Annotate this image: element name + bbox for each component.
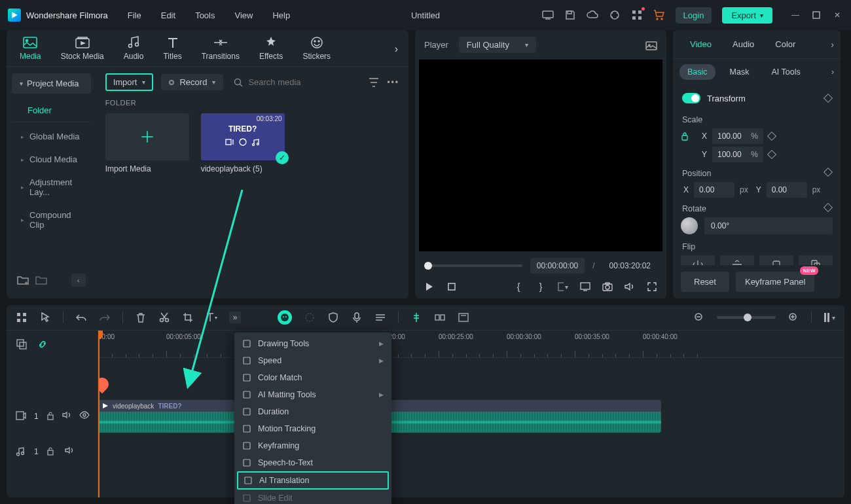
frame-icon[interactable] [458, 312, 469, 323]
prop-tab-video[interactable]: Video [679, 30, 722, 58]
minimize-icon[interactable]: — [789, 9, 801, 21]
mic-icon[interactable] [351, 312, 363, 323]
ctx-item-duration[interactable]: Duration [234, 403, 391, 420]
menu-file[interactable]: File [128, 10, 141, 20]
more-tabs-icon[interactable]: › [395, 43, 398, 55]
subtab-aitools[interactable]: AI Tools [763, 64, 808, 80]
ctx-item-ai-matting-tools[interactable]: AI Matting Tools▶ [234, 386, 391, 403]
cart-icon[interactable] [653, 9, 665, 21]
fullscreen-icon[interactable] [647, 281, 657, 292]
split-icon[interactable] [434, 312, 446, 323]
subtab-basic[interactable]: Basic [679, 64, 715, 80]
sidebar-item-adjustment[interactable]: Adjustment Lay... [12, 171, 91, 204]
keyframe-icon[interactable] [767, 132, 776, 141]
menu-tools[interactable]: Tools [195, 10, 215, 20]
import-media-card[interactable]: Import Media [105, 113, 189, 173]
more-tabs-icon[interactable]: › [831, 39, 834, 50]
undo-icon[interactable] [75, 312, 87, 323]
mark-in-icon[interactable]: { [513, 281, 524, 292]
lock-track-icon[interactable] [46, 411, 54, 422]
text-icon[interactable]: ▾ [206, 312, 217, 323]
keyframe-icon[interactable] [767, 150, 776, 159]
ctx-item-color-match[interactable]: Color Match [234, 369, 391, 386]
export-button[interactable]: Export ▾ [722, 7, 772, 24]
folder-tab[interactable]: Folder [12, 99, 91, 122]
flip-option3-button[interactable] [759, 255, 793, 265]
prop-tab-color[interactable]: Color [765, 30, 806, 58]
ctx-item-drawing-tools[interactable]: Drawing Tools▶ [234, 335, 391, 352]
reset-button[interactable]: Reset [681, 272, 729, 292]
effects-tool-icon[interactable] [304, 312, 316, 323]
ctx-item-keyframing[interactable]: Keyframing [234, 437, 391, 454]
tab-titles[interactable]: Titles [163, 35, 181, 66]
timeline-view-icon[interactable]: ▾ [824, 312, 835, 323]
search-input[interactable] [248, 77, 358, 87]
cut-icon[interactable] [158, 312, 170, 323]
sidebar-item-global[interactable]: Global Media [12, 125, 91, 148]
flip-vertical-button[interactable] [720, 255, 754, 265]
video-card[interactable]: 00:03:20 TIRED? ✓ videoplayback (5) [201, 113, 285, 173]
video-track-lane[interactable]: videoplayback TIRED? [98, 397, 844, 435]
record-button[interactable]: Record ▾ [161, 74, 223, 90]
mute-track-icon[interactable] [65, 446, 75, 457]
close-icon[interactable]: ✕ [831, 9, 843, 21]
tab-audio[interactable]: Audio [124, 35, 144, 66]
lock-track-icon[interactable] [46, 446, 57, 457]
pos-x-input[interactable]: 0.00 [694, 182, 734, 198]
collapse-sidebar-icon[interactable]: ‹ [71, 274, 86, 287]
ctx-item-speech-to-text[interactable]: Speech-to-Text [234, 454, 391, 471]
scrub-bar[interactable] [424, 264, 522, 267]
rotate-knob[interactable] [681, 217, 698, 234]
rotate-input[interactable]: 0.00° [704, 217, 833, 234]
keyframe-icon[interactable] [824, 168, 833, 177]
tab-stickers[interactable]: Stickers [302, 35, 331, 66]
shield-icon[interactable] [327, 312, 339, 323]
pos-y-input[interactable]: 0.00 [767, 182, 807, 198]
zoom-in-icon[interactable] [788, 312, 799, 323]
marker-pin-icon[interactable] [98, 375, 111, 393]
scale-y-input[interactable]: 100.00% [712, 147, 763, 162]
tab-media[interactable]: Media [20, 35, 41, 66]
track-layers-icon[interactable] [16, 338, 27, 350]
keyframe-icon[interactable] [824, 94, 833, 103]
visibility-icon[interactable] [79, 411, 90, 422]
delete-icon[interactable] [135, 312, 147, 323]
sidebar-item-cloud[interactable]: Cloud Media [12, 148, 91, 171]
cloud-icon[interactable] [587, 9, 598, 21]
flip-option4-button[interactable] [799, 255, 833, 265]
menu-edit[interactable]: Edit [161, 10, 175, 20]
mark-out-icon[interactable]: } [535, 281, 546, 292]
marker-icon[interactable] [410, 312, 422, 323]
ctx-item-motion-tracking[interactable]: Motion Tracking [234, 420, 391, 437]
more-tools-icon[interactable]: » [229, 312, 241, 323]
grid-icon[interactable] [16, 312, 27, 323]
tab-transitions[interactable]: Transitions [202, 35, 240, 66]
project-media-section[interactable]: ▾ Project Media [12, 73, 91, 94]
keyframe-panel-button[interactable]: Keyframe Panel NEW [736, 272, 815, 292]
scale-x-input[interactable]: 100.00% [712, 128, 763, 144]
flip-horizontal-button[interactable] [681, 255, 715, 265]
save-icon[interactable] [564, 9, 576, 21]
folder-icon[interactable] [35, 275, 47, 285]
zoom-slider[interactable] [717, 316, 776, 319]
quality-dropdown[interactable]: Full Quality ▾ [459, 37, 536, 53]
filter-icon[interactable] [369, 77, 379, 88]
camera-icon[interactable] [602, 281, 613, 292]
subtab-mask[interactable]: Mask [722, 64, 757, 80]
transform-toggle[interactable] [682, 93, 700, 103]
display-icon[interactable] [580, 281, 590, 292]
sidebar-item-compound[interactable]: Compound Clip [12, 204, 91, 236]
import-button[interactable]: Import ▾ [105, 73, 154, 91]
volume-icon[interactable] [625, 281, 635, 292]
support-icon[interactable] [609, 9, 621, 21]
maximize-icon[interactable] [810, 9, 822, 21]
redo-icon[interactable] [99, 312, 111, 323]
preview-viewport[interactable] [419, 60, 662, 251]
keyframe-icon[interactable] [824, 203, 833, 212]
link-icon[interactable] [37, 338, 48, 350]
tab-effects[interactable]: Effects [259, 35, 283, 66]
stop-icon[interactable] [446, 281, 457, 292]
apps-icon[interactable] [631, 9, 643, 21]
ctx-item-speed[interactable]: Speed▶ [234, 352, 391, 369]
timeline-ruler[interactable]: 00:0000:00:05:0000:00:10:0000:00:15:0000… [98, 331, 844, 358]
